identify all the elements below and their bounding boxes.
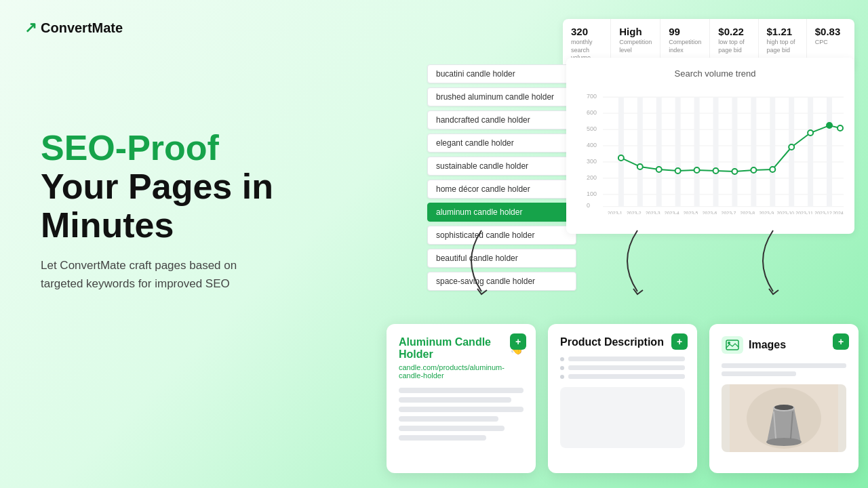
bullet-dot — [560, 366, 564, 370]
card3-header: Images — [722, 336, 846, 354]
bullet-dot — [560, 357, 564, 361]
hero-title-green: SEO-Proof — [41, 129, 366, 167]
page-preview-card: Aluminum Candle Holder 👋 candle.com/prod… — [387, 324, 536, 473]
metric-value-low-bid: $0.22 — [718, 26, 749, 37]
svg-point-34 — [732, 169, 737, 174]
metric-label-comp-level: Competition level — [619, 39, 652, 54]
bullet-item — [560, 357, 685, 361]
svg-point-28 — [618, 155, 624, 161]
card3-lines — [722, 363, 846, 376]
svg-text:2023-2: 2023-2 — [627, 211, 642, 214]
svg-text:2023-6: 2023-6 — [703, 211, 717, 214]
svg-text:200: 200 — [587, 174, 597, 181]
keyword-item-0[interactable]: bucatini candle holder — [427, 64, 576, 83]
keyword-item-4[interactable]: sustainable candle holder — [427, 157, 576, 176]
svg-point-40 — [837, 125, 843, 131]
keyword-item-5[interactable]: home décor candle holder — [427, 180, 576, 199]
card2-add-button[interactable]: + — [671, 333, 688, 350]
card1-content-lines — [399, 388, 524, 441]
bullet-line — [568, 357, 685, 361]
svg-text:2023-11: 2023-11 — [795, 211, 813, 214]
svg-text:2023-1: 2023-1 — [608, 211, 623, 214]
svg-text:2023-3: 2023-3 — [646, 211, 660, 214]
svg-text:2024-1: 2024-1 — [833, 211, 844, 214]
content-line — [399, 416, 498, 422]
svg-point-37 — [789, 144, 794, 150]
svg-text:2023-9: 2023-9 — [759, 211, 774, 214]
images-card: Images — [709, 324, 859, 473]
logo-icon: ↗ — [24, 19, 37, 37]
card1-url: candle.com/products/aluminum-candle-hold… — [399, 363, 524, 380]
logo: ↗ ConvertMate — [24, 19, 123, 37]
svg-text:700: 700 — [587, 93, 597, 100]
product-description-card: Product Description + — [548, 324, 697, 473]
card3-line — [722, 371, 796, 376]
bullet-dot — [560, 375, 564, 379]
svg-text:2023-4: 2023-4 — [665, 211, 679, 214]
bullet-line — [568, 365, 685, 370]
svg-rect-54 — [726, 340, 739, 350]
content-line — [399, 407, 524, 412]
svg-point-32 — [694, 167, 700, 173]
bullet-item — [560, 365, 685, 370]
svg-point-38 — [808, 130, 813, 136]
svg-text:100: 100 — [587, 190, 597, 197]
metric-value-search: 320 — [571, 26, 602, 37]
content-line — [399, 397, 511, 403]
svg-text:600: 600 — [587, 109, 597, 116]
card2-bullets — [560, 357, 685, 379]
metric-value-comp-index: 99 — [669, 26, 701, 37]
card3-title: Images — [749, 339, 786, 351]
card1-add-button[interactable]: + — [510, 333, 526, 350]
svg-point-31 — [675, 168, 681, 174]
svg-point-29 — [637, 164, 643, 169]
bottom-cards: Aluminum Candle Holder 👋 candle.com/prod… — [387, 324, 859, 473]
keyword-item-3[interactable]: elegant candle holder — [427, 134, 576, 152]
keyword-item-2[interactable]: handcrafted candle holder — [427, 110, 576, 129]
keyword-item-7[interactable]: sophisticated candle holder — [427, 226, 576, 245]
hero-title-black: Your Pages in Minutes — [41, 167, 366, 245]
card1-title: Aluminum Candle Holder 👋 — [399, 336, 524, 361]
product-image — [722, 384, 846, 452]
hero-subtitle: Let ConvertMate craft pages based on tar… — [41, 256, 366, 293]
metric-label-cpc: CPC — [815, 39, 846, 47]
keyword-item-8[interactable]: beautiful candle holder — [427, 249, 576, 268]
svg-point-60 — [766, 438, 802, 446]
metric-value-cpc: $0.83 — [815, 26, 846, 37]
content-line — [399, 426, 505, 431]
svg-text:2023-10: 2023-10 — [776, 211, 794, 214]
keyword-item-6[interactable]: aluminum candle holder — [427, 203, 576, 222]
content-line — [399, 435, 486, 441]
svg-point-35 — [751, 167, 756, 173]
bullet-line — [568, 374, 685, 379]
content-line — [399, 388, 524, 393]
hero-section: SEO-Proof Your Pages in Minutes Let Conv… — [41, 129, 366, 293]
chart-svg: 700 600 500 400 300 200 100 0 — [587, 85, 844, 214]
svg-point-56 — [728, 342, 730, 344]
card3-line — [722, 363, 846, 368]
logo-text: ConvertMate — [41, 20, 123, 36]
svg-text:500: 500 — [587, 125, 597, 132]
keyword-item-9[interactable]: space-saving candle holder — [427, 272, 576, 291]
svg-text:0: 0 — [587, 202, 590, 209]
card2-image-placeholder — [560, 387, 685, 448]
svg-point-36 — [770, 167, 775, 172]
bullet-item — [560, 374, 685, 379]
card2-title: Product Description — [560, 336, 685, 348]
metric-value-comp-level: High — [619, 26, 652, 37]
svg-text:2023-7: 2023-7 — [722, 211, 736, 214]
metric-label-comp-index: Competition index — [669, 39, 701, 54]
keyword-list: bucatini candle holderbrushed aluminum c… — [427, 64, 576, 291]
svg-point-61 — [774, 405, 793, 410]
search-volume-chart: Search volume trend 700 600 500 400 300 … — [566, 58, 854, 234]
keyword-item-1[interactable]: brushed aluminum candle holder — [427, 87, 576, 106]
svg-point-39 — [827, 123, 832, 128]
svg-text:2023-12: 2023-12 — [814, 211, 832, 214]
svg-text:2023-5: 2023-5 — [684, 211, 698, 214]
svg-point-30 — [656, 167, 662, 172]
card3-add-button[interactable]: + — [833, 333, 849, 350]
chart-title: Search volume trend — [587, 68, 844, 79]
svg-text:300: 300 — [587, 158, 597, 165]
metric-label-high-bid: high top of page bid — [767, 39, 798, 54]
svg-text:2023-8: 2023-8 — [741, 211, 755, 214]
